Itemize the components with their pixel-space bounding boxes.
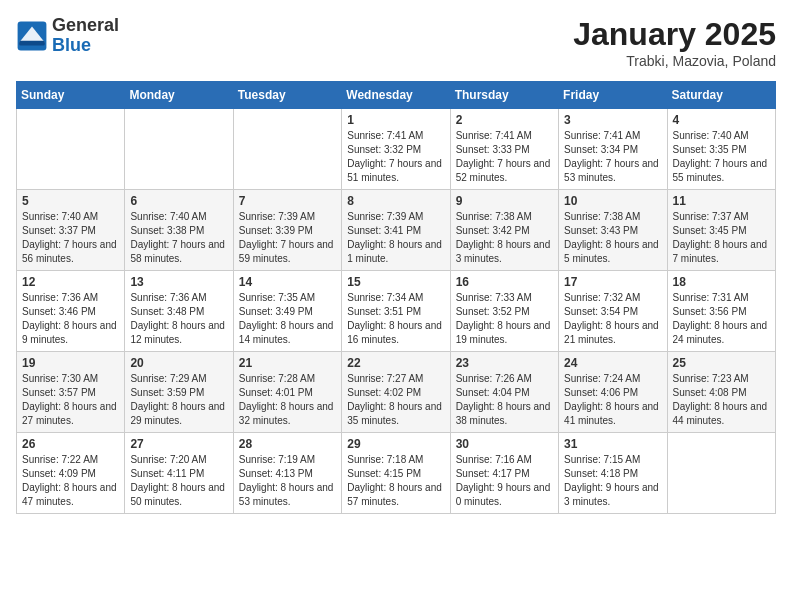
month-title: January 2025 [573,16,776,53]
day-number: 6 [130,194,227,208]
day-info: Sunrise: 7:19 AM Sunset: 4:13 PM Dayligh… [239,453,336,509]
day-info: Sunrise: 7:15 AM Sunset: 4:18 PM Dayligh… [564,453,661,509]
day-number: 3 [564,113,661,127]
calendar-cell: 4Sunrise: 7:40 AM Sunset: 3:35 PM Daylig… [667,109,775,190]
calendar-cell: 6Sunrise: 7:40 AM Sunset: 3:38 PM Daylig… [125,190,233,271]
weekday-header-row: SundayMondayTuesdayWednesdayThursdayFrid… [17,82,776,109]
calendar-week-5: 26Sunrise: 7:22 AM Sunset: 4:09 PM Dayli… [17,433,776,514]
day-info: Sunrise: 7:40 AM Sunset: 3:37 PM Dayligh… [22,210,119,266]
day-info: Sunrise: 7:32 AM Sunset: 3:54 PM Dayligh… [564,291,661,347]
day-info: Sunrise: 7:24 AM Sunset: 4:06 PM Dayligh… [564,372,661,428]
day-info: Sunrise: 7:37 AM Sunset: 3:45 PM Dayligh… [673,210,770,266]
weekday-saturday: Saturday [667,82,775,109]
calendar-cell: 23Sunrise: 7:26 AM Sunset: 4:04 PM Dayli… [450,352,558,433]
calendar-cell: 14Sunrise: 7:35 AM Sunset: 3:49 PM Dayli… [233,271,341,352]
calendar-cell: 8Sunrise: 7:39 AM Sunset: 3:41 PM Daylig… [342,190,450,271]
svg-rect-2 [19,41,45,46]
calendar-cell: 13Sunrise: 7:36 AM Sunset: 3:48 PM Dayli… [125,271,233,352]
day-number: 12 [22,275,119,289]
calendar-week-3: 12Sunrise: 7:36 AM Sunset: 3:46 PM Dayli… [17,271,776,352]
day-info: Sunrise: 7:40 AM Sunset: 3:38 PM Dayligh… [130,210,227,266]
logo-general: General [52,16,119,36]
day-number: 17 [564,275,661,289]
day-number: 27 [130,437,227,451]
day-info: Sunrise: 7:38 AM Sunset: 3:42 PM Dayligh… [456,210,553,266]
day-info: Sunrise: 7:34 AM Sunset: 3:51 PM Dayligh… [347,291,444,347]
day-info: Sunrise: 7:28 AM Sunset: 4:01 PM Dayligh… [239,372,336,428]
day-info: Sunrise: 7:36 AM Sunset: 3:46 PM Dayligh… [22,291,119,347]
title-block: January 2025 Trabki, Mazovia, Poland [573,16,776,69]
day-number: 24 [564,356,661,370]
logo-icon [16,20,48,52]
day-info: Sunrise: 7:35 AM Sunset: 3:49 PM Dayligh… [239,291,336,347]
calendar-cell: 17Sunrise: 7:32 AM Sunset: 3:54 PM Dayli… [559,271,667,352]
calendar-cell: 3Sunrise: 7:41 AM Sunset: 3:34 PM Daylig… [559,109,667,190]
calendar-cell: 20Sunrise: 7:29 AM Sunset: 3:59 PM Dayli… [125,352,233,433]
calendar-cell: 16Sunrise: 7:33 AM Sunset: 3:52 PM Dayli… [450,271,558,352]
day-info: Sunrise: 7:41 AM Sunset: 3:34 PM Dayligh… [564,129,661,185]
weekday-wednesday: Wednesday [342,82,450,109]
day-info: Sunrise: 7:41 AM Sunset: 3:32 PM Dayligh… [347,129,444,185]
calendar-cell: 22Sunrise: 7:27 AM Sunset: 4:02 PM Dayli… [342,352,450,433]
day-info: Sunrise: 7:38 AM Sunset: 3:43 PM Dayligh… [564,210,661,266]
day-number: 22 [347,356,444,370]
day-number: 19 [22,356,119,370]
weekday-monday: Monday [125,82,233,109]
calendar-cell: 29Sunrise: 7:18 AM Sunset: 4:15 PM Dayli… [342,433,450,514]
day-number: 30 [456,437,553,451]
day-number: 10 [564,194,661,208]
day-info: Sunrise: 7:23 AM Sunset: 4:08 PM Dayligh… [673,372,770,428]
day-number: 2 [456,113,553,127]
calendar-week-2: 5Sunrise: 7:40 AM Sunset: 3:37 PM Daylig… [17,190,776,271]
day-number: 20 [130,356,227,370]
calendar-cell: 27Sunrise: 7:20 AM Sunset: 4:11 PM Dayli… [125,433,233,514]
calendar-cell: 10Sunrise: 7:38 AM Sunset: 3:43 PM Dayli… [559,190,667,271]
page-header: General Blue January 2025 Trabki, Mazovi… [16,16,776,69]
logo-blue: Blue [52,36,119,56]
calendar-week-1: 1Sunrise: 7:41 AM Sunset: 3:32 PM Daylig… [17,109,776,190]
day-info: Sunrise: 7:16 AM Sunset: 4:17 PM Dayligh… [456,453,553,509]
day-number: 5 [22,194,119,208]
day-number: 18 [673,275,770,289]
calendar-cell: 26Sunrise: 7:22 AM Sunset: 4:09 PM Dayli… [17,433,125,514]
day-number: 8 [347,194,444,208]
calendar-cell: 5Sunrise: 7:40 AM Sunset: 3:37 PM Daylig… [17,190,125,271]
day-number: 23 [456,356,553,370]
day-number: 16 [456,275,553,289]
calendar-cell: 24Sunrise: 7:24 AM Sunset: 4:06 PM Dayli… [559,352,667,433]
weekday-tuesday: Tuesday [233,82,341,109]
day-info: Sunrise: 7:31 AM Sunset: 3:56 PM Dayligh… [673,291,770,347]
day-info: Sunrise: 7:33 AM Sunset: 3:52 PM Dayligh… [456,291,553,347]
day-number: 13 [130,275,227,289]
calendar-cell: 7Sunrise: 7:39 AM Sunset: 3:39 PM Daylig… [233,190,341,271]
day-info: Sunrise: 7:22 AM Sunset: 4:09 PM Dayligh… [22,453,119,509]
day-info: Sunrise: 7:30 AM Sunset: 3:57 PM Dayligh… [22,372,119,428]
calendar-cell: 28Sunrise: 7:19 AM Sunset: 4:13 PM Dayli… [233,433,341,514]
calendar-cell: 2Sunrise: 7:41 AM Sunset: 3:33 PM Daylig… [450,109,558,190]
calendar-table: SundayMondayTuesdayWednesdayThursdayFrid… [16,81,776,514]
day-info: Sunrise: 7:39 AM Sunset: 3:41 PM Dayligh… [347,210,444,266]
day-number: 28 [239,437,336,451]
day-info: Sunrise: 7:36 AM Sunset: 3:48 PM Dayligh… [130,291,227,347]
day-number: 25 [673,356,770,370]
calendar-cell: 1Sunrise: 7:41 AM Sunset: 3:32 PM Daylig… [342,109,450,190]
day-number: 21 [239,356,336,370]
location-title: Trabki, Mazovia, Poland [573,53,776,69]
day-number: 1 [347,113,444,127]
day-number: 15 [347,275,444,289]
day-number: 29 [347,437,444,451]
day-number: 9 [456,194,553,208]
day-number: 31 [564,437,661,451]
calendar-cell: 21Sunrise: 7:28 AM Sunset: 4:01 PM Dayli… [233,352,341,433]
day-info: Sunrise: 7:39 AM Sunset: 3:39 PM Dayligh… [239,210,336,266]
day-number: 7 [239,194,336,208]
calendar-cell: 25Sunrise: 7:23 AM Sunset: 4:08 PM Dayli… [667,352,775,433]
calendar-week-4: 19Sunrise: 7:30 AM Sunset: 3:57 PM Dayli… [17,352,776,433]
calendar-cell: 31Sunrise: 7:15 AM Sunset: 4:18 PM Dayli… [559,433,667,514]
day-number: 14 [239,275,336,289]
calendar-cell [233,109,341,190]
day-info: Sunrise: 7:26 AM Sunset: 4:04 PM Dayligh… [456,372,553,428]
day-number: 11 [673,194,770,208]
calendar-cell [667,433,775,514]
calendar-cell: 12Sunrise: 7:36 AM Sunset: 3:46 PM Dayli… [17,271,125,352]
